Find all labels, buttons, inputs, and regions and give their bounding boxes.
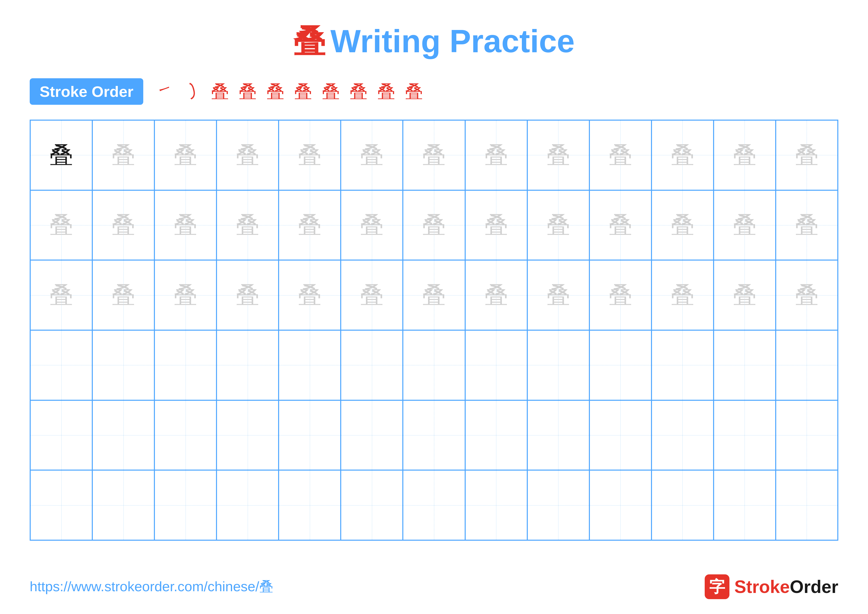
- grid-cell[interactable]: 叠: [154, 120, 217, 190]
- grid-cell[interactable]: 叠: [465, 260, 527, 330]
- grid-cell[interactable]: 叠: [714, 260, 776, 330]
- grid-cell[interactable]: [92, 330, 154, 400]
- practice-char: 叠: [50, 283, 73, 307]
- grid-cell[interactable]: 叠: [776, 260, 838, 330]
- grid-cell[interactable]: 叠: [651, 190, 714, 260]
- grid-cell[interactable]: 叠: [92, 190, 154, 260]
- grid-cell[interactable]: 叠: [92, 120, 154, 190]
- grid-cell[interactable]: [92, 470, 154, 540]
- practice-char: 叠: [671, 213, 694, 237]
- grid-cell[interactable]: 叠: [279, 260, 341, 330]
- grid-cell[interactable]: 叠: [341, 190, 403, 260]
- page-title: 叠Writing Practice: [293, 23, 575, 59]
- stroke-step-9: 叠: [377, 80, 395, 104]
- grid-cell[interactable]: [465, 470, 527, 540]
- grid-cell[interactable]: [776, 400, 838, 470]
- practice-char: 叠: [485, 213, 508, 237]
- grid-cell[interactable]: 叠: [589, 190, 651, 260]
- grid-cell[interactable]: [714, 400, 776, 470]
- grid-cell[interactable]: [403, 330, 465, 400]
- grid-cell[interactable]: [776, 470, 838, 540]
- grid-cell[interactable]: 叠: [651, 260, 714, 330]
- grid-cell[interactable]: 叠: [154, 260, 217, 330]
- practice-char: 叠: [422, 213, 446, 237]
- grid-cell[interactable]: 叠: [279, 190, 341, 260]
- grid-cell[interactable]: [651, 470, 714, 540]
- practice-char: 叠: [112, 213, 135, 237]
- grid-cell[interactable]: [403, 470, 465, 540]
- grid-cell[interactable]: [217, 470, 279, 540]
- grid-cell[interactable]: [527, 400, 589, 470]
- grid-cell[interactable]: 叠: [714, 120, 776, 190]
- grid-cell[interactable]: [217, 330, 279, 400]
- grid-cell[interactable]: 叠: [465, 190, 527, 260]
- grid-cell[interactable]: [465, 330, 527, 400]
- grid-cell[interactable]: [30, 400, 92, 470]
- grid-cell[interactable]: 叠: [341, 260, 403, 330]
- grid-cell[interactable]: [651, 400, 714, 470]
- grid-cell[interactable]: [465, 400, 527, 470]
- grid-cell[interactable]: [341, 470, 403, 540]
- practice-char: 叠: [360, 283, 383, 307]
- grid-cell[interactable]: 叠: [217, 190, 279, 260]
- grid-cell[interactable]: 叠: [527, 260, 589, 330]
- grid-cell[interactable]: 叠: [776, 120, 838, 190]
- practice-char: 叠: [422, 143, 446, 167]
- grid-cell[interactable]: 叠: [279, 120, 341, 190]
- grid-cell[interactable]: [30, 330, 92, 400]
- grid-cell[interactable]: 叠: [92, 260, 154, 330]
- grid-cell[interactable]: 叠: [465, 120, 527, 190]
- grid-cell[interactable]: 叠: [776, 190, 838, 260]
- grid-cell[interactable]: [589, 330, 651, 400]
- grid-cell[interactable]: 叠: [341, 120, 403, 190]
- practice-char: 叠: [422, 283, 446, 307]
- grid-cell[interactable]: [154, 330, 217, 400]
- practice-char: 叠: [795, 143, 818, 167]
- grid-cell[interactable]: [154, 400, 217, 470]
- title-area: 叠Writing Practice: [30, 20, 838, 64]
- grid-cell[interactable]: 叠: [527, 120, 589, 190]
- grid-cell[interactable]: [589, 400, 651, 470]
- grid-cell[interactable]: [527, 330, 589, 400]
- grid-cell[interactable]: 叠: [30, 190, 92, 260]
- grid-cell[interactable]: [527, 470, 589, 540]
- grid-cell[interactable]: 叠: [154, 190, 217, 260]
- grid-cell[interactable]: 叠: [403, 120, 465, 190]
- grid-cell[interactable]: [92, 400, 154, 470]
- grid-cell[interactable]: 叠: [714, 190, 776, 260]
- grid-cell[interactable]: [279, 400, 341, 470]
- practice-char: 叠: [733, 143, 756, 167]
- grid-cell[interactable]: [403, 400, 465, 470]
- grid-cell[interactable]: 叠: [589, 260, 651, 330]
- practice-char: 叠: [50, 213, 73, 237]
- grid-cell[interactable]: [279, 330, 341, 400]
- stroke-step-10: 叠: [405, 80, 423, 104]
- grid-cell[interactable]: [217, 400, 279, 470]
- grid-cell[interactable]: [651, 330, 714, 400]
- stroke-step-5: 叠: [267, 80, 284, 104]
- grid-cell[interactable]: [341, 330, 403, 400]
- grid-cell[interactable]: [279, 470, 341, 540]
- grid-cell[interactable]: [714, 330, 776, 400]
- practice-grid[interactable]: 叠叠叠叠叠叠叠叠叠叠叠叠叠叠叠叠叠叠叠叠叠叠叠叠叠叠叠叠叠叠叠叠叠叠叠叠叠叠叠: [30, 120, 838, 541]
- grid-cell[interactable]: [714, 470, 776, 540]
- grid-cell[interactable]: [341, 400, 403, 470]
- grid-cell[interactable]: 叠: [527, 190, 589, 260]
- grid-cell[interactable]: 叠: [403, 260, 465, 330]
- practice-char: 叠: [174, 143, 197, 167]
- practice-char: 叠: [360, 143, 383, 167]
- grid-cell[interactable]: [776, 330, 838, 400]
- grid-cell[interactable]: 叠: [217, 260, 279, 330]
- page: 叠Writing Practice Stroke Order ㇀ ㇁ 叠 叠 叠…: [0, 0, 868, 614]
- grid-cell[interactable]: 叠: [217, 120, 279, 190]
- grid-cell[interactable]: 叠: [589, 120, 651, 190]
- grid-cell[interactable]: [589, 470, 651, 540]
- grid-cell[interactable]: [30, 470, 92, 540]
- grid-cell[interactable]: 叠: [403, 190, 465, 260]
- grid-cell[interactable]: [154, 470, 217, 540]
- grid-cell[interactable]: 叠: [30, 120, 92, 190]
- practice-char: 叠: [236, 143, 259, 167]
- grid-cell[interactable]: 叠: [30, 260, 92, 330]
- footer-logo-text: StrokeOrder: [735, 577, 838, 597]
- grid-cell[interactable]: 叠: [651, 120, 714, 190]
